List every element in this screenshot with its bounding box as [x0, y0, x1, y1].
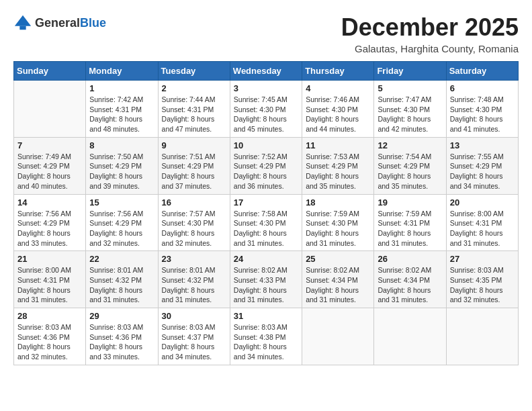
day-info: Sunrise: 8:02 AM Sunset: 4:33 PM Dayligh…: [234, 265, 298, 305]
logo: GeneralBlue: [13, 13, 106, 32]
sunrise-time: Sunrise: 7:55 AM: [450, 152, 504, 161]
day-info: Sunrise: 7:58 AM Sunset: 4:30 PM Dayligh…: [234, 209, 298, 248]
day-info: Sunrise: 8:02 AM Sunset: 4:34 PM Dayligh…: [306, 265, 370, 305]
calendar-cell: 9 Sunrise: 7:51 AM Sunset: 4:29 PM Dayli…: [158, 137, 230, 194]
calendar-header: Sunday Monday Tuesday Wednesday Thursday…: [14, 62, 519, 81]
day-info: Sunrise: 7:59 AM Sunset: 4:30 PM Dayligh…: [306, 209, 370, 248]
daylight-hours: Daylight: 8 hours and 31 minutes.: [306, 229, 359, 247]
sunrise-time: Sunrise: 7:50 AM: [89, 152, 143, 161]
calendar-cell: 8 Sunrise: 7:50 AM Sunset: 4:29 PM Dayli…: [86, 137, 158, 194]
sunset-time: Sunset: 4:36 PM: [89, 333, 142, 341]
calendar-cell: 18 Sunrise: 7:59 AM Sunset: 4:30 PM Dayl…: [302, 194, 374, 251]
day-number: 12: [378, 140, 442, 150]
calendar-cell: 31 Sunrise: 8:03 AM Sunset: 4:38 PM Dayl…: [230, 308, 302, 365]
sunrise-time: Sunrise: 7:47 AM: [378, 95, 431, 103]
calendar-cell: 10 Sunrise: 7:52 AM Sunset: 4:29 PM Dayl…: [230, 137, 302, 194]
day-number: 30: [162, 311, 226, 321]
sunset-time: Sunset: 4:32 PM: [89, 276, 142, 284]
day-info: Sunrise: 8:03 AM Sunset: 4:36 PM Dayligh…: [89, 322, 154, 362]
header-wednesday: Wednesday: [230, 62, 302, 81]
calendar-week-5: 28 Sunrise: 8:03 AM Sunset: 4:36 PM Dayl…: [14, 308, 519, 365]
sunset-time: Sunset: 4:35 PM: [450, 276, 502, 284]
calendar-cell: 7 Sunrise: 7:49 AM Sunset: 4:29 PM Dayli…: [14, 137, 86, 194]
sunset-time: Sunset: 4:32 PM: [162, 276, 214, 284]
daylight-hours: Daylight: 8 hours and 31 minutes.: [17, 286, 71, 304]
sunrise-time: Sunrise: 8:03 AM: [89, 323, 143, 331]
sunrise-time: Sunrise: 8:01 AM: [162, 266, 216, 274]
daylight-hours: Daylight: 8 hours and 34 minutes.: [234, 342, 287, 361]
calendar-cell: [14, 81, 86, 138]
day-number: 19: [378, 197, 442, 208]
daylight-hours: Daylight: 8 hours and 31 minutes.: [450, 229, 503, 247]
calendar-cell: 22 Sunrise: 8:01 AM Sunset: 4:32 PM Dayl…: [86, 251, 158, 308]
day-number: 9: [162, 140, 226, 150]
day-number: 6: [450, 83, 515, 93]
header-sunday: Sunday: [14, 62, 86, 81]
day-info: Sunrise: 7:48 AM Sunset: 4:30 PM Dayligh…: [450, 95, 515, 134]
daylight-hours: Daylight: 8 hours and 37 minutes.: [162, 172, 215, 190]
day-number: 2: [162, 83, 226, 93]
svg-rect-1: [19, 26, 26, 30]
sunset-time: Sunset: 4:30 PM: [450, 105, 502, 113]
daylight-hours: Daylight: 8 hours and 31 minutes.: [378, 286, 431, 304]
daylight-hours: Daylight: 8 hours and 40 minutes.: [17, 172, 71, 190]
daylight-hours: Daylight: 8 hours and 35 minutes.: [378, 172, 431, 190]
calendar-table: Sunday Monday Tuesday Wednesday Thursday…: [13, 61, 519, 365]
day-number: 31: [234, 311, 298, 321]
calendar-week-4: 21 Sunrise: 8:00 AM Sunset: 4:31 PM Dayl…: [14, 251, 519, 308]
daylight-hours: Daylight: 8 hours and 31 minutes.: [89, 286, 142, 304]
daylight-hours: Daylight: 8 hours and 39 minutes.: [89, 172, 142, 190]
day-info: Sunrise: 8:02 AM Sunset: 4:34 PM Dayligh…: [378, 265, 442, 305]
daylight-hours: Daylight: 8 hours and 32 minutes.: [17, 342, 71, 361]
daylight-hours: Daylight: 8 hours and 33 minutes.: [17, 229, 71, 247]
daylight-hours: Daylight: 8 hours and 33 minutes.: [89, 342, 142, 361]
day-info: Sunrise: 7:46 AM Sunset: 4:30 PM Dayligh…: [306, 95, 370, 134]
calendar-cell: 16 Sunrise: 7:57 AM Sunset: 4:30 PM Dayl…: [158, 194, 230, 251]
calendar-week-1: 1 Sunrise: 7:42 AM Sunset: 4:31 PM Dayli…: [14, 81, 519, 138]
daylight-hours: Daylight: 8 hours and 44 minutes.: [306, 115, 359, 133]
sunrise-time: Sunrise: 7:44 AM: [162, 95, 216, 103]
calendar-cell: 6 Sunrise: 7:48 AM Sunset: 4:30 PM Dayli…: [446, 81, 518, 138]
day-number: 27: [450, 254, 515, 264]
sunrise-time: Sunrise: 7:56 AM: [89, 210, 143, 218]
sunset-time: Sunset: 4:34 PM: [378, 276, 430, 284]
sunrise-time: Sunrise: 8:03 AM: [234, 323, 287, 331]
logo-general: GeneralBlue: [35, 16, 106, 30]
sunset-time: Sunset: 4:37 PM: [162, 333, 214, 341]
calendar-week-3: 14 Sunrise: 7:56 AM Sunset: 4:29 PM Dayl…: [14, 194, 519, 251]
day-info: Sunrise: 7:54 AM Sunset: 4:29 PM Dayligh…: [378, 152, 442, 191]
calendar-cell: 24 Sunrise: 8:02 AM Sunset: 4:33 PM Dayl…: [230, 251, 302, 308]
header-thursday: Thursday: [302, 62, 374, 81]
day-info: Sunrise: 8:00 AM Sunset: 4:31 PM Dayligh…: [17, 265, 82, 305]
calendar-cell: 13 Sunrise: 7:55 AM Sunset: 4:29 PM Dayl…: [446, 137, 518, 194]
calendar-cell: 28 Sunrise: 8:03 AM Sunset: 4:36 PM Dayl…: [14, 308, 86, 365]
day-info: Sunrise: 7:52 AM Sunset: 4:29 PM Dayligh…: [234, 152, 298, 191]
sunrise-time: Sunrise: 7:53 AM: [306, 152, 359, 161]
sunset-time: Sunset: 4:29 PM: [378, 162, 430, 170]
sunrise-time: Sunrise: 7:57 AM: [162, 210, 216, 218]
sunrise-time: Sunrise: 8:01 AM: [89, 266, 143, 274]
calendar-cell: 26 Sunrise: 8:02 AM Sunset: 4:34 PM Dayl…: [374, 251, 446, 308]
sunrise-time: Sunrise: 7:48 AM: [450, 95, 504, 103]
day-number: 24: [234, 254, 298, 264]
day-info: Sunrise: 8:01 AM Sunset: 4:32 PM Dayligh…: [89, 265, 154, 305]
daylight-hours: Daylight: 8 hours and 47 minutes.: [162, 115, 215, 133]
daylight-hours: Daylight: 8 hours and 32 minutes.: [450, 286, 503, 304]
sunset-time: Sunset: 4:30 PM: [378, 105, 430, 113]
calendar-cell: 17 Sunrise: 7:58 AM Sunset: 4:30 PM Dayl…: [230, 194, 302, 251]
sunrise-time: Sunrise: 8:02 AM: [306, 266, 359, 274]
sunset-time: Sunset: 4:36 PM: [17, 333, 70, 341]
calendar-cell: [446, 308, 518, 365]
day-number: 4: [306, 83, 370, 93]
day-info: Sunrise: 8:00 AM Sunset: 4:31 PM Dayligh…: [450, 209, 515, 248]
sunrise-time: Sunrise: 8:03 AM: [450, 266, 504, 274]
sunset-time: Sunset: 4:34 PM: [306, 276, 358, 284]
page-header: GeneralBlue December 2025 Galautas, Harg…: [13, 13, 519, 54]
day-number: 5: [378, 83, 442, 93]
sunrise-time: Sunrise: 7:58 AM: [234, 210, 287, 218]
sunrise-time: Sunrise: 7:42 AM: [89, 95, 143, 103]
day-number: 3: [234, 83, 298, 93]
calendar-cell: 1 Sunrise: 7:42 AM Sunset: 4:31 PM Dayli…: [86, 81, 158, 138]
sunrise-time: Sunrise: 7:56 AM: [17, 210, 71, 218]
sunset-time: Sunset: 4:30 PM: [306, 105, 358, 113]
